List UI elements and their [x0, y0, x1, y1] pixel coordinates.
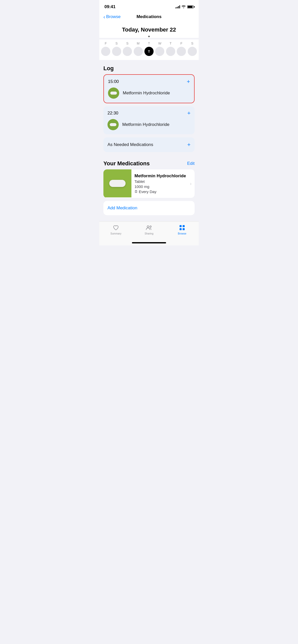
log-add-button-1[interactable]: + — [187, 79, 190, 84]
day-s1[interactable]: S — [111, 41, 122, 56]
add-medication-card[interactable]: Add Medication — [103, 201, 195, 215]
pill-large-icon — [109, 180, 126, 187]
med-row-2: Metformin Hydrochloride — [107, 119, 191, 130]
med-card-dosage: 1000 mg — [134, 184, 187, 189]
wifi-icon — [182, 5, 186, 9]
battery-icon — [187, 5, 194, 8]
day-f2[interactable]: F — [176, 41, 187, 56]
back-label: Browse — [106, 14, 121, 19]
back-chevron-icon: ‹ — [103, 14, 105, 19]
med-name-2: Metformin Hydrochloride — [122, 122, 169, 127]
week-calendar[interactable]: F S S M T T W T F S — [99, 39, 199, 60]
med-card-info: Metformin Hydrochloride Tablet 1000 mg 🗓… — [131, 169, 190, 198]
med-card-schedule-text: Every Day — [139, 189, 156, 194]
date-section: Today, November 22 ▼ — [99, 22, 199, 38]
day-s2[interactable]: S — [122, 41, 133, 56]
date-caret-icon: ▼ — [99, 35, 199, 38]
tab-sharing-label: Sharing — [145, 232, 153, 235]
your-meds-header: Your Medications Edit — [99, 159, 199, 169]
med-card-schedule: 🗓 Every Day — [134, 189, 187, 194]
as-needed-text: As Needed Medications — [107, 142, 153, 147]
log-section-title: Log — [99, 60, 199, 74]
calendar-icon: 🗓 — [134, 190, 138, 194]
tab-browse[interactable]: Browse — [166, 224, 199, 235]
log-time-2: 22:30 — [107, 111, 118, 116]
med-row-1: Metformin Hydrochloride — [108, 87, 190, 99]
edit-button[interactable]: Edit — [187, 161, 195, 166]
med-card-name: Metformin Hydrochloride — [134, 173, 187, 179]
back-button[interactable]: ‹ Browse — [103, 14, 120, 19]
day-s3[interactable]: S — [187, 41, 198, 56]
day-t-today[interactable]: T T — [144, 41, 154, 56]
as-needed-add-button[interactable]: + — [187, 142, 191, 148]
your-meds-title: Your Medications — [103, 160, 150, 167]
med-card-image — [103, 169, 131, 197]
status-time: 09:41 — [104, 4, 115, 9]
heart-icon — [112, 224, 119, 231]
log-entry-2[interactable]: 22:30 + Metformin Hydrochloride — [103, 106, 195, 134]
med-pill-icon-1 — [108, 87, 119, 99]
main-content: Log 15:00 + Metformin Hydrochloride 22:3… — [99, 60, 199, 215]
pill-shape-1 — [110, 92, 117, 95]
svg-rect-4 — [180, 228, 182, 230]
nav-header: ‹ Browse Medications — [99, 12, 199, 22]
tab-bar: Summary Sharing Browse — [99, 221, 199, 242]
grid-icon — [179, 224, 186, 231]
day-m[interactable]: M — [133, 41, 143, 56]
your-meds-section: Your Medications Edit Metformin Hydrochl… — [99, 158, 199, 215]
tab-browse-label: Browse — [178, 232, 186, 235]
tab-sharing[interactable]: Sharing — [132, 224, 166, 235]
home-bar — [132, 242, 166, 243]
log-add-button-2[interactable]: + — [187, 110, 191, 116]
status-icons — [175, 5, 194, 9]
day-t2[interactable]: T — [165, 41, 176, 56]
med-name-1: Metformin Hydrochloride — [123, 91, 170, 96]
log-time-row-1: 15:00 + — [108, 79, 190, 84]
people-icon — [145, 224, 153, 231]
svg-point-1 — [150, 226, 151, 227]
pill-shape-2 — [110, 123, 116, 126]
tab-summary[interactable]: Summary — [99, 224, 132, 235]
svg-rect-3 — [183, 225, 185, 227]
signal-icon — [175, 5, 180, 8]
med-pill-icon-2 — [107, 119, 119, 130]
status-bar: 09:41 — [99, 0, 199, 12]
log-time-row-2: 22:30 + — [107, 110, 191, 116]
day-w[interactable]: W — [154, 41, 165, 56]
tab-summary-label: Summary — [111, 232, 121, 235]
as-needed-card[interactable]: As Needed Medications + — [103, 137, 195, 152]
med-card-type: Tablet — [134, 179, 187, 184]
page-title: Medications — [137, 14, 161, 19]
add-medication-button[interactable]: Add Medication — [107, 206, 137, 211]
log-entry-1[interactable]: 15:00 + Metformin Hydrochloride — [103, 74, 195, 103]
svg-rect-2 — [180, 225, 182, 227]
medication-card[interactable]: Metformin Hydrochloride Tablet 1000 mg 🗓… — [103, 169, 195, 198]
med-card-chevron-icon: › — [190, 169, 195, 198]
day-f1[interactable]: F — [100, 41, 111, 56]
svg-rect-5 — [183, 228, 185, 230]
log-time-1: 15:00 — [108, 79, 119, 84]
home-indicator — [99, 242, 199, 245]
svg-point-0 — [147, 226, 149, 228]
date-header[interactable]: Today, November 22 — [99, 26, 199, 35]
